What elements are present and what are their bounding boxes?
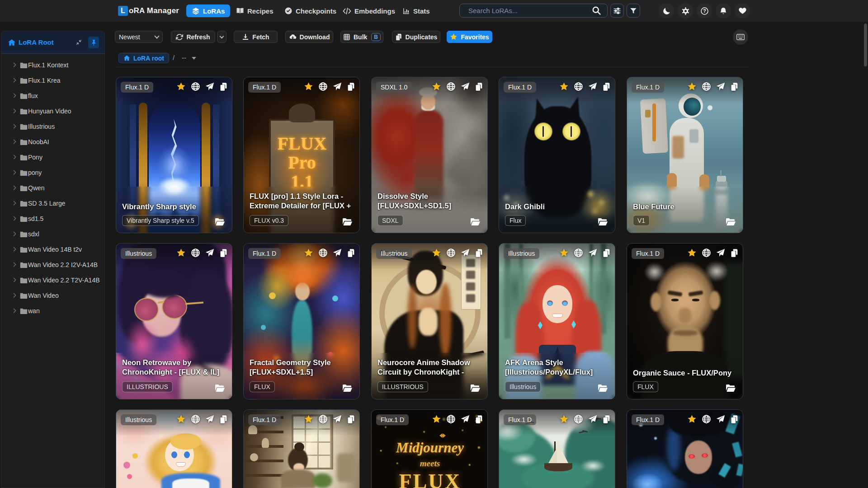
svg-text:?: ? [703, 8, 706, 14]
